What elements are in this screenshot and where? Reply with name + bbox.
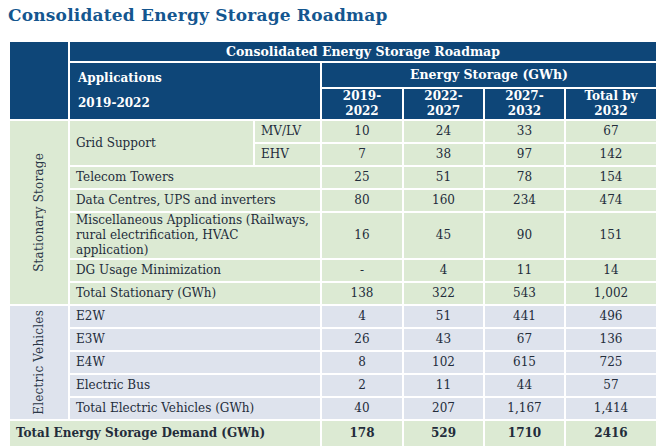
energy-storage-header: Energy Storage (GWh) xyxy=(321,62,657,88)
header-corner-cell xyxy=(9,41,69,120)
value-cell: 45 xyxy=(403,212,484,259)
value-cell: - xyxy=(321,259,403,282)
period-column-header: 2027-2032 xyxy=(484,88,565,120)
row-label: DG Usage Minimization xyxy=(69,259,321,282)
value-cell: 44 xyxy=(484,374,565,397)
value-cell: 25 xyxy=(321,166,403,189)
value-cell: 160 xyxy=(403,189,484,212)
energy-storage-roadmap-table: Consolidated Energy Storage Roadmap Appl… xyxy=(8,40,658,447)
row-label: E3W xyxy=(69,328,321,351)
value-cell: 441 xyxy=(484,305,565,328)
value-cell: 67 xyxy=(565,120,657,143)
table-title-header: Consolidated Energy Storage Roadmap xyxy=(69,41,657,62)
value-cell: 207 xyxy=(403,397,484,420)
row-label: Total Electric Vehicles (GWh) xyxy=(69,397,321,420)
group-cell-stationary: Stationary Storage xyxy=(9,120,69,305)
value-cell: 725 xyxy=(565,351,657,374)
value-cell: 138 xyxy=(321,282,403,305)
value-cell: 1,414 xyxy=(565,397,657,420)
value-cell: 16 xyxy=(321,212,403,259)
value-cell: 7 xyxy=(321,143,403,166)
value-cell: 51 xyxy=(403,305,484,328)
value-cell: 11 xyxy=(484,259,565,282)
applications-sublabel: 2019-2022 xyxy=(78,96,314,111)
value-cell: 97 xyxy=(484,143,565,166)
grand-total-value: 1710 xyxy=(484,420,565,447)
value-cell: 2 xyxy=(321,374,403,397)
row-label: E2W xyxy=(69,305,321,328)
value-cell: 10 xyxy=(321,120,403,143)
value-cell: 51 xyxy=(403,166,484,189)
value-cell: 90 xyxy=(484,212,565,259)
value-cell: 26 xyxy=(321,328,403,351)
value-cell: 142 xyxy=(565,143,657,166)
value-cell: 234 xyxy=(484,189,565,212)
value-cell: 496 xyxy=(565,305,657,328)
value-cell: 615 xyxy=(484,351,565,374)
group-label-stationary-storage: Stationary Storage xyxy=(32,153,47,272)
grand-total-value: 2416 xyxy=(565,420,657,447)
value-cell: 57 xyxy=(565,374,657,397)
sub-row-label: EHV xyxy=(254,143,321,166)
value-cell: 24 xyxy=(403,120,484,143)
value-cell: 1,002 xyxy=(565,282,657,305)
page-title: Consolidated Energy Storage Roadmap xyxy=(8,5,658,25)
row-label: Miscellaneous Applications (Railways, ru… xyxy=(69,212,321,259)
value-cell: 474 xyxy=(565,189,657,212)
value-cell: 154 xyxy=(565,166,657,189)
value-cell: 33 xyxy=(484,120,565,143)
value-cell: 102 xyxy=(403,351,484,374)
group-cell-ev: Electric Vehicles xyxy=(9,305,69,420)
value-cell: 4 xyxy=(403,259,484,282)
value-cell: 543 xyxy=(484,282,565,305)
value-cell: 322 xyxy=(403,282,484,305)
value-cell: 67 xyxy=(484,328,565,351)
grand-total-value: 529 xyxy=(403,420,484,447)
row-label: Telecom Towers xyxy=(69,166,321,189)
value-cell: 136 xyxy=(565,328,657,351)
value-cell: 80 xyxy=(321,189,403,212)
applications-label: Applications xyxy=(78,71,314,86)
value-cell: 11 xyxy=(403,374,484,397)
value-cell: 40 xyxy=(321,397,403,420)
row-label: Grid Support xyxy=(69,120,254,166)
row-label: Total Stationary (GWh) xyxy=(69,282,321,305)
period-column-header: 2022-2027 xyxy=(403,88,484,120)
row-label: Data Centres, UPS and inverters xyxy=(69,189,321,212)
value-cell: 1,167 xyxy=(484,397,565,420)
period-column-header: 2019-2022 xyxy=(321,88,403,120)
value-cell: 151 xyxy=(565,212,657,259)
row-label: Electric Bus xyxy=(69,374,321,397)
value-cell: 4 xyxy=(321,305,403,328)
value-cell: 43 xyxy=(403,328,484,351)
value-cell: 38 xyxy=(403,143,484,166)
value-cell: 14 xyxy=(565,259,657,282)
period-column-header: Total by 2032 xyxy=(565,88,657,120)
grand-total-value: 178 xyxy=(321,420,403,447)
value-cell: 8 xyxy=(321,351,403,374)
value-cell: 78 xyxy=(484,166,565,189)
row-label: E4W xyxy=(69,351,321,374)
grand-total-label: Total Energy Storage Demand (GWh) xyxy=(9,420,321,447)
applications-header: Applications 2019-2022 xyxy=(69,62,321,120)
group-label-electric-vehicles: Electric Vehicles xyxy=(32,310,47,415)
sub-row-label: MV/LV xyxy=(254,120,321,143)
